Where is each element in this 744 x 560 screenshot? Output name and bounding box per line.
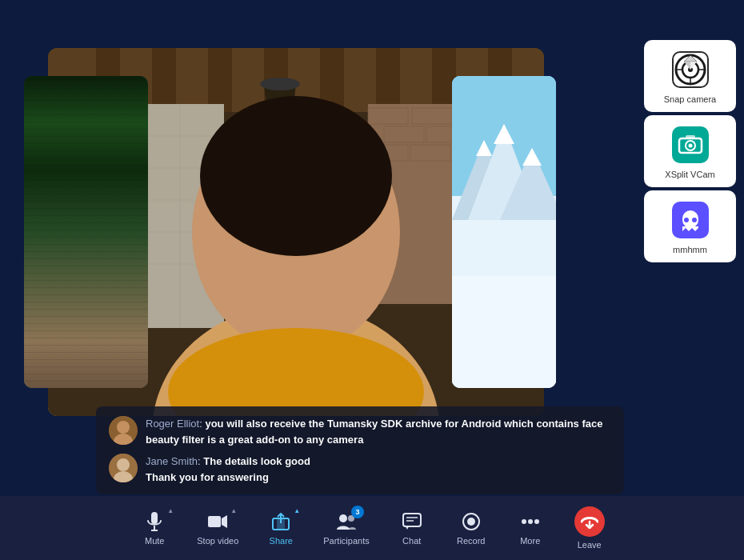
- virtual-camera-panel: Snap camera XSplit VCam: [644, 40, 736, 262]
- share-chevron: ▲: [294, 507, 300, 514]
- svg-rect-79: [208, 516, 221, 527]
- mmhmm-label: mmhmm: [673, 245, 707, 254]
- record-button[interactable]: Record: [443, 504, 499, 552]
- xsplit-vcam-card[interactable]: XSplit VCam: [644, 115, 736, 187]
- svg-point-36: [200, 96, 392, 256]
- stop-video-button[interactable]: ▲ Stop video: [186, 504, 250, 552]
- svg-marker-89: [406, 526, 409, 530]
- forest-thumbnail: [24, 76, 148, 388]
- svg-point-55: [117, 458, 130, 471]
- more-button[interactable]: More: [502, 504, 558, 552]
- leave-icon: [574, 506, 605, 537]
- svg-point-84: [339, 514, 347, 522]
- leave-button[interactable]: Leave: [562, 500, 618, 556]
- toolbar: ▲ Mute ▲ Stop video ▲ Share: [0, 496, 744, 560]
- participants-badge: 3: [351, 506, 364, 518]
- chat-text-2: Jane Smith: The details look goodThank y…: [146, 454, 310, 485]
- svg-point-74: [684, 218, 689, 222]
- stop-video-icon: ▲: [205, 510, 230, 533]
- svg-point-93: [528, 519, 533, 524]
- chat-message-2: Jane Smith: The details look goodThank y…: [109, 454, 611, 485]
- svg-point-11: [260, 78, 300, 90]
- snap-camera-card[interactable]: Snap camera: [644, 40, 736, 112]
- mountains-thumbnail: [452, 76, 556, 388]
- svg-point-92: [522, 519, 526, 524]
- svg-rect-86: [403, 514, 421, 526]
- share-label: Share: [270, 536, 293, 546]
- svg-rect-71: [686, 135, 695, 139]
- participants-button[interactable]: 3 Participants: [312, 504, 380, 552]
- mute-icon: ▲: [142, 510, 167, 533]
- share-icon: ▲: [268, 510, 294, 533]
- stop-video-label: Stop video: [197, 536, 238, 546]
- record-label: Record: [457, 536, 485, 546]
- avatar-roger: [109, 416, 138, 445]
- xsplit-vcam-icon: [672, 126, 709, 163]
- xsplit-vcam-label: XSplit VCam: [665, 170, 714, 179]
- svg-point-52: [117, 421, 130, 434]
- share-button[interactable]: ▲ Share: [253, 504, 309, 552]
- chat-icon: [399, 510, 425, 533]
- chat-button[interactable]: Chat: [384, 504, 440, 552]
- mmhmm-icon: [672, 202, 709, 238]
- more-icon: [518, 510, 543, 533]
- avatar-jane: [109, 454, 138, 482]
- svg-point-94: [534, 519, 539, 524]
- chat-message-1: Roger Elliot: you will also receive the …: [109, 416, 611, 447]
- stop-video-chevron: ▲: [230, 507, 237, 514]
- chat-overlay: Roger Elliot: you will also receive the …: [96, 406, 624, 494]
- svg-point-91: [467, 518, 475, 526]
- snap-camera-label: Snap camera: [664, 94, 716, 104]
- svg-point-70: [688, 144, 692, 148]
- leave-label: Leave: [578, 540, 602, 550]
- mute-button[interactable]: ▲ Mute: [126, 504, 182, 552]
- record-icon: [458, 510, 484, 533]
- chat-text-1: Roger Elliot: you will also receive the …: [146, 416, 611, 447]
- participants-label: Participants: [323, 536, 369, 546]
- svg-rect-76: [151, 512, 158, 524]
- mmhmm-card[interactable]: mmhmm: [644, 190, 736, 262]
- svg-rect-3: [152, 48, 176, 112]
- snap-camera-icon: [672, 51, 709, 88]
- svg-rect-4: [208, 48, 232, 112]
- participants-icon: 3: [334, 510, 359, 533]
- svg-marker-80: [222, 515, 227, 528]
- mute-chevron: ▲: [167, 507, 174, 514]
- svg-rect-7: [376, 48, 400, 112]
- chat-label: Chat: [402, 536, 421, 546]
- svg-rect-50: [452, 276, 556, 388]
- more-label: More: [520, 536, 540, 546]
- svg-point-75: [692, 218, 697, 222]
- mute-label: Mute: [145, 536, 164, 546]
